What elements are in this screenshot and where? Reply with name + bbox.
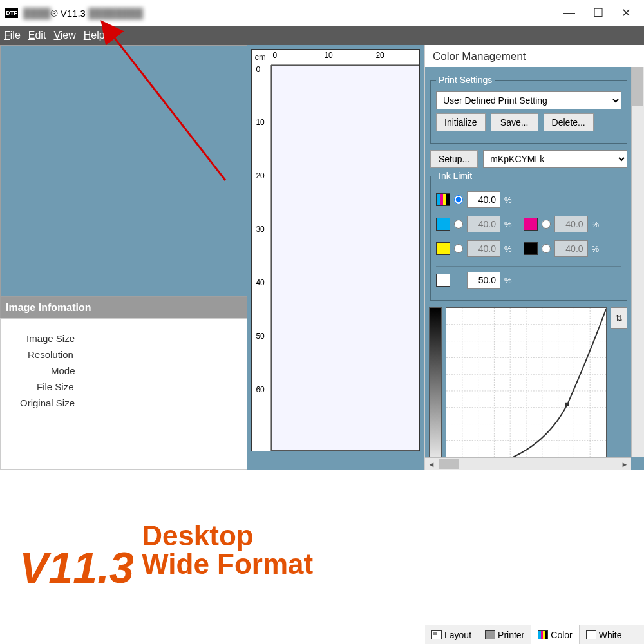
cyan-pct: % (504, 220, 512, 229)
menu-view[interactable]: View (53, 30, 75, 41)
watermark-line2: Wide Format (142, 548, 313, 580)
ink-limit-legend: Ink Limit (436, 171, 475, 181)
main-area: Image Infomation Image Size Resolution M… (0, 45, 644, 470)
ruler-v-60: 60 (256, 385, 264, 394)
image-preview[interactable] (1, 46, 247, 297)
white-value[interactable] (467, 272, 500, 289)
black-value (554, 240, 588, 257)
black-radio[interactable] (542, 244, 551, 253)
magenta-swatch (524, 218, 538, 231)
ruler-horizontal: 0 10 20 (271, 50, 419, 65)
tab-white-label: White (599, 630, 622, 640)
close-button[interactable]: ✕ (621, 6, 631, 20)
tab-layout[interactable]: Layout (425, 625, 478, 644)
ruler-h-20: 20 (375, 51, 384, 60)
black-swatch (524, 242, 538, 255)
cmyk-swatch (436, 193, 450, 206)
setup-button[interactable]: Setup... (430, 150, 478, 168)
yellow-pct: % (504, 244, 512, 254)
cmyk-radio[interactable] (454, 195, 463, 204)
scroll-left-arrow[interactable]: ◄ (425, 458, 438, 470)
ruler-unit: cm (254, 52, 265, 62)
save-button[interactable]: Save... (491, 113, 538, 131)
ruler-canvas[interactable]: cm 0 10 20 0 10 20 30 40 50 60 (251, 49, 420, 451)
watermark-version: V11.3 (19, 543, 134, 592)
svg-rect-18 (565, 402, 569, 406)
color-icon (538, 630, 548, 639)
tab-layout-label: Layout (444, 630, 471, 640)
watermark-line1: Desktop (142, 520, 254, 551)
ink-mode-select[interactable]: mKpKCYMLk (483, 150, 627, 168)
maximize-button[interactable]: ☐ (593, 6, 603, 20)
tab-white[interactable]: White (580, 625, 629, 644)
title-blur-2: ████████ (88, 8, 143, 19)
info-resolution: Resolution (7, 349, 240, 360)
tab-printer[interactable]: Printer (478, 625, 531, 644)
ruler-vertical: 0 10 20 30 40 50 60 (252, 65, 271, 451)
delete-button[interactable]: Delete... (544, 113, 594, 131)
right-panel: Color Management Print Settings User Def… (424, 45, 644, 470)
cyan-value (467, 216, 500, 232)
magenta-pct: % (592, 220, 600, 229)
titlebar: DTF ████ ® V11.3 ████████ — ☐ ✕ (0, 0, 644, 26)
canvas-column: cm 0 10 20 0 10 20 30 40 50 60 (247, 45, 424, 470)
magenta-radio[interactable] (542, 220, 551, 229)
tab-printer-label: Printer (498, 630, 524, 640)
yellow-swatch (436, 242, 450, 255)
bottom-tabs: Layout Printer Color White (425, 625, 644, 644)
curve-editor: ⇅ (429, 307, 627, 470)
initialize-button[interactable]: Initialize (436, 113, 486, 131)
black-pct: % (592, 244, 600, 254)
magenta-value (554, 216, 588, 232)
layout-icon (431, 630, 442, 639)
ruler-h-0: 0 (272, 51, 277, 60)
curve-link-button[interactable]: ⇅ (611, 307, 627, 329)
info-image-size: Image Size (7, 333, 240, 344)
image-info-title: Image Infomation (1, 297, 247, 319)
panel-title: Color Management (425, 45, 644, 67)
ruler-v-0: 0 (256, 65, 260, 74)
white-pct: % (504, 276, 512, 285)
print-setting-select[interactable]: User Defined Print Setting (436, 91, 621, 109)
title-version: V11.3 (61, 8, 86, 19)
tab-color[interactable]: Color (531, 625, 579, 644)
panel-scrollbar-vertical[interactable] (631, 67, 644, 457)
app-icon: DTF (5, 8, 18, 18)
menubar: File Edit View Help (0, 26, 644, 45)
color-management-panel: Print Settings User Defined Print Settin… (425, 67, 644, 470)
image-info-body: Image Size Resolution Mode File Size Ori… (0, 318, 247, 470)
curve-grid (446, 308, 606, 470)
tab-color-label: Color (551, 630, 572, 640)
title-blur-1: ████ (23, 8, 51, 19)
yellow-value (467, 240, 500, 257)
menu-file[interactable]: File (4, 30, 21, 41)
watermark-text: Desktop Wide Format (142, 522, 313, 578)
cmyk-pct: % (504, 195, 512, 205)
panel-scrollbar-horizontal[interactable]: ◄ ► (425, 457, 631, 470)
ruler-v-10: 10 (256, 118, 264, 127)
cyan-radio[interactable] (454, 220, 463, 229)
ruler-h-10: 10 (324, 51, 332, 60)
ruler-v-30: 30 (256, 225, 264, 234)
cyan-swatch (436, 218, 450, 231)
left-column: Image Infomation Image Size Resolution M… (0, 45, 247, 470)
ink-limit-group: Ink Limit % % (430, 171, 627, 301)
info-mode: Mode (7, 365, 240, 376)
ruler-v-40: 40 (256, 278, 264, 287)
minimize-button[interactable]: — (564, 6, 575, 20)
ruler-v-50: 50 (256, 332, 264, 341)
cmyk-value[interactable] (467, 191, 500, 208)
print-settings-legend: Print Settings (436, 75, 495, 85)
title-registered: ® (51, 8, 58, 19)
menu-help[interactable]: Help (84, 30, 105, 41)
scroll-right-arrow[interactable]: ► (618, 458, 631, 470)
curve-canvas[interactable] (446, 307, 607, 470)
menu-edit[interactable]: Edit (28, 30, 46, 41)
printer-icon (485, 630, 495, 639)
ruler-v-20: 20 (256, 171, 264, 180)
info-file-size: File Size (7, 381, 240, 392)
yellow-radio[interactable] (454, 244, 463, 253)
print-canvas[interactable] (271, 65, 419, 451)
white-icon (586, 630, 596, 639)
ink-separator (436, 266, 621, 267)
